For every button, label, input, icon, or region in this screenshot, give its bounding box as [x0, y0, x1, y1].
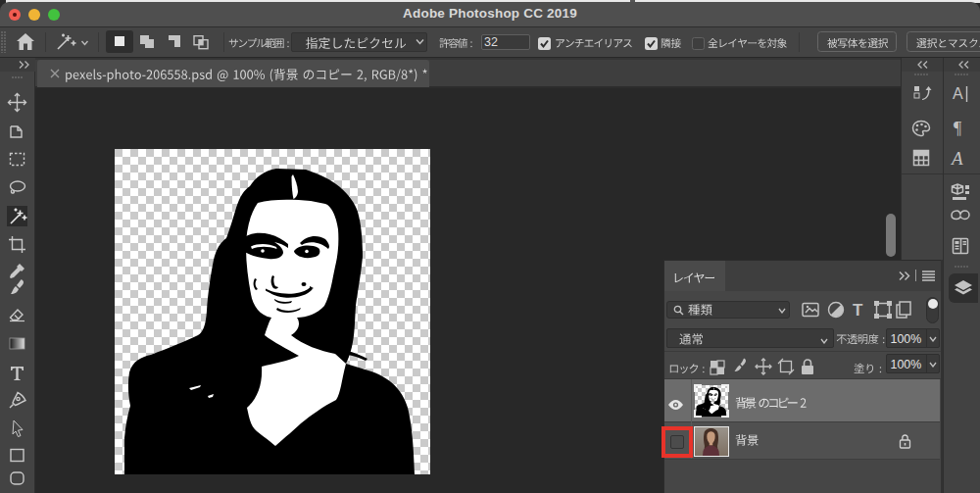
- svg-text:¶: ¶: [954, 119, 961, 138]
- svg-text:T: T: [853, 301, 863, 320]
- svg-text:A: A: [953, 85, 963, 102]
- svg-text:A: A: [950, 148, 963, 169]
